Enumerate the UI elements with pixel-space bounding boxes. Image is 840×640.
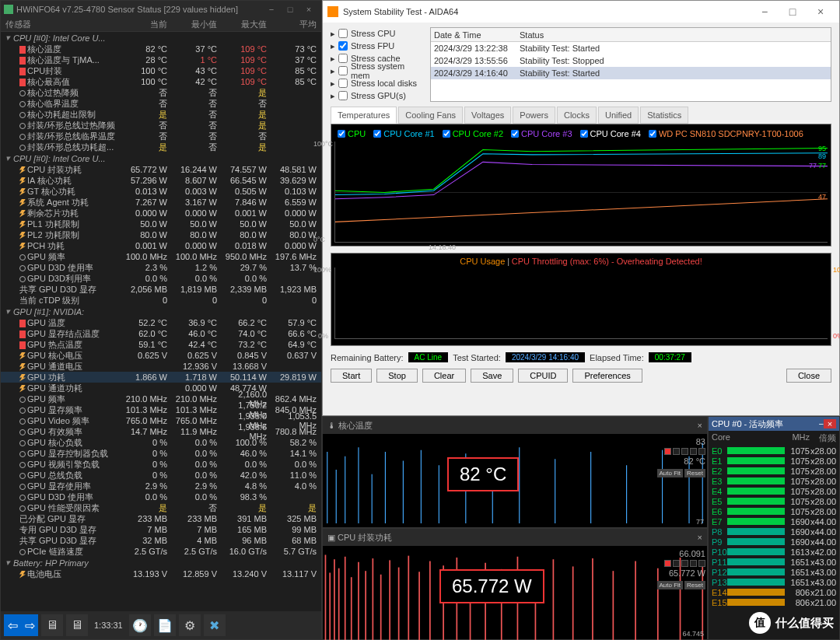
log-row[interactable]: 2024/3/29 13:22:38Stability Test: Starte…	[431, 42, 831, 54]
sensor-row[interactable]: GPU 通道功耗 0.000 W 48.774 W	[1, 383, 321, 393]
sensor-row[interactable]: GPU 视频引擎负载 0 % 0.0 % 0.0 % 0.0 %	[1, 459, 321, 470]
sensor-row[interactable]: GPU 通道电压 12.936 V 13.668 V	[1, 361, 321, 372]
sensor-row[interactable]: 核心过热降频 否 否 是	[1, 87, 321, 98]
section-header[interactable]: GPU [#1]: NVIDIA:	[1, 306, 321, 317]
sensor-row[interactable]: GPU 核心电压 0.625 V 0.625 V 0.845 V 0.637 V	[1, 350, 321, 361]
tab-powers[interactable]: Powers	[513, 107, 555, 124]
sensor-row[interactable]: PL1 功耗限制 50.0 W 50.0 W 50.0 W 50.0 W	[1, 219, 321, 229]
sensor-row[interactable]: GPU 显存结点温度 62.0 °C 46.0 °C 74.0 °C 66.6 …	[1, 328, 321, 339]
sensor-row[interactable]: CPU 封装功耗 65.772 W 16.244 W 74.557 W 48.5…	[1, 164, 321, 175]
log-row[interactable]: 2024/3/29 13:55:56Stability Test: Stoppe…	[431, 54, 831, 67]
legend-item[interactable]: CPU Core #4	[580, 129, 641, 138]
gear-icon[interactable]: ⚙	[179, 614, 201, 636]
tab-clocks[interactable]: Clocks	[557, 107, 597, 124]
legend-item[interactable]: CPU Core #3	[511, 129, 572, 138]
sensor-row[interactable]: GPU 显存控制器负载 0 % 0.0 % 46.0 % 14.1 %	[1, 448, 321, 459]
autofit-button[interactable]: Auto Fit	[657, 581, 684, 589]
sensor-row[interactable]: 剩余芯片功耗 0.000 W 0.000 W 0.001 W 0.000 W	[1, 208, 321, 219]
tab-temperatures[interactable]: Temperatures	[331, 107, 397, 124]
minimize-button[interactable]: −	[751, 5, 779, 18]
sensor-row[interactable]: GT 核心功耗 0.013 W 0.003 W 0.505 W 0.103 W	[1, 186, 321, 197]
close-icon[interactable]: ×	[698, 421, 702, 430]
stress-option[interactable]: ▸Stress GPU(s)	[331, 89, 424, 102]
sensor-row[interactable]: 核心最高值 100 °C 42 °C 109 °C 85 °C	[1, 76, 321, 87]
stress-option[interactable]: ▸Stress system mem	[331, 65, 424, 77]
maximize-button[interactable]: □	[779, 5, 807, 18]
sensor-row[interactable]: 封装/环形总线过热降频 否 否 是	[1, 120, 321, 131]
sensor-row[interactable]: GPU 频率 100.0 MHz 100.0 MHz 950.0 MHz 197…	[1, 251, 321, 262]
back-button[interactable]: ⇦	[4, 614, 21, 636]
tab-unified[interactable]: Unified	[598, 107, 639, 124]
exit-icon[interactable]: ✖	[204, 614, 226, 636]
sensor-row[interactable]: 当前 cTDP 级别 0 0 0 0	[1, 295, 321, 306]
sensor-row[interactable]: 共享 GPU D3D 显存 32 MB 4 MB 96 MB 68 MB	[1, 535, 321, 546]
stop-button[interactable]: Stop	[376, 369, 418, 383]
reset-button[interactable]: Reset	[684, 469, 705, 477]
hwinfo-sensor-list[interactable]: CPU [#0]: Intel Core U...核心温度 82 °C 37 °…	[1, 32, 321, 611]
sensor-row[interactable]: 封装/环形总线临界温度 否 否 否	[1, 131, 321, 142]
section-header[interactable]: CPU [#0]: Intel Core U...	[1, 152, 321, 164]
sensor-row[interactable]: 核心温度 82 °C 37 °C 109 °C 73 °C	[1, 44, 321, 54]
sensor-row[interactable]: GPU 功耗 1.866 W 1.718 W 50.114 W 29.819 W	[1, 372, 321, 383]
sensor-row[interactable]: GPU D3D 使用率 0.0 % 0.0 % 98.3 %	[1, 491, 321, 502]
sensor-row[interactable]: 共享 GPU D3D 显存 2,056 MB 1,819 MB 2,339 MB…	[1, 284, 321, 295]
tab-statistics[interactable]: Statistics	[640, 107, 688, 124]
sensor-row[interactable]: GPU Video 频率 765.0 MHz 765.0 MHz 1,935.0…	[1, 415, 321, 426]
stress-option[interactable]: ▸Stress CPU	[331, 27, 424, 40]
sensor-row[interactable]: GPU 总线负载 0 % 0.0 % 42.0 % 11.0 %	[1, 470, 321, 481]
event-log[interactable]: Date & TimeStatus 2024/3/29 13:22:38Stab…	[430, 27, 831, 102]
save-button[interactable]: Save	[471, 369, 513, 383]
close-button[interactable]: ×	[807, 5, 835, 18]
close-button[interactable]: Close	[786, 369, 831, 383]
section-header[interactable]: CPU [#0]: Intel Core U...	[1, 32, 321, 44]
close-icon[interactable]: ×	[698, 533, 702, 542]
hwinfo-titlebar[interactable]: HWiNFO64 v7.25-4780 Sensor Status [229 v…	[1, 1, 321, 18]
legend-item[interactable]: CPU Core #2	[443, 129, 503, 138]
forward-button[interactable]: ⇨	[21, 614, 38, 636]
sensor-row[interactable]: GPU 有效频率 14.7 MHz 11.9 MHz 1,938.6 MHz 7…	[1, 426, 321, 437]
minimize-button[interactable]: −	[262, 5, 281, 14]
sensor-row[interactable]: 核心温度与 TjMA... 28 °C 1 °C 109 °C 37 °C	[1, 54, 321, 65]
sensor-row[interactable]: PCH 功耗 0.001 W 0.000 W 0.018 W 0.000 W	[1, 240, 321, 251]
sensor-row[interactable]: GPU 显存使用率 2.9 % 2.9 % 4.8 % 4.0 %	[1, 481, 321, 491]
sensor-row[interactable]: 核心临界温度 否 否 否	[1, 98, 321, 109]
sensor-row[interactable]: 系统 Agent 功耗 7.267 W 3.167 W 7.846 W 6.55…	[1, 197, 321, 208]
sensor-row[interactable]: GPU 频率 210.0 MHz 210.0 MHz 2,160.0 MHz 8…	[1, 393, 321, 404]
cpuid-button[interactable]: CPUID	[518, 369, 568, 383]
legend-item[interactable]: WD PC SN810 SDCPNRY-1T00-1006	[649, 129, 803, 138]
start-button[interactable]: Start	[331, 369, 372, 383]
sensor-row[interactable]: CPU封装 100 °C 43 °C 109 °C 85 °C	[1, 65, 321, 76]
stress-option[interactable]: ▸Stress FPU	[331, 40, 424, 52]
sensor-row[interactable]: PCIe 链路速度 2.5 GT/s 2.5 GT/s 16.0 GT/s 5.…	[1, 546, 321, 557]
stress-option[interactable]: ▸Stress local disks	[331, 77, 424, 89]
sensor-row[interactable]: GPU 温度 52.2 °C 36.9 °C 66.2 °C 57.9 °C	[1, 317, 321, 328]
maximize-button[interactable]: □	[281, 5, 299, 14]
log-row[interactable]: 2024/3/29 14:16:40Stability Test: Starte…	[431, 67, 831, 79]
sensor-row[interactable]: 核心功耗超出限制 是 否 是	[1, 109, 321, 120]
legend-item[interactable]: CPU	[338, 129, 366, 138]
monitor-icon[interactable]: 🖥	[41, 614, 63, 636]
clear-button[interactable]: Clear	[422, 369, 466, 383]
sensor-row[interactable]: 已分配 GPU 显存 233 MB 233 MB 391 MB 325 MB	[1, 513, 321, 524]
autofit-button[interactable]: Auto Fit	[657, 469, 684, 477]
sensor-row[interactable]: GPU 热点温度 59.1 °C 42.4 °C 73.2 °C 64.9 °C	[1, 339, 321, 350]
sensor-row[interactable]: PL2 功耗限制 80.0 W 80.0 W 80.0 W 80.0 W	[1, 229, 321, 240]
reset-button[interactable]: Reset	[684, 581, 705, 589]
monitor2-icon[interactable]: 🖥	[66, 614, 88, 636]
sensor-row[interactable]: GPU D3D 使用率 2.3 % 1.2 % 29.7 % 13.7 %	[1, 262, 321, 273]
close-button[interactable]: ×	[299, 5, 318, 14]
section-header[interactable]: Battery: HP Primary	[1, 557, 321, 568]
sensor-row[interactable]: 电池电压 13.193 V 12.859 V 13.240 V 13.117 V	[1, 568, 321, 579]
sensor-row[interactable]: 专用 GPU D3D 显存 7 MB 7 MB 165 MB 99 MB	[1, 524, 321, 535]
sensor-row[interactable]: GPU D3D利用率 0.0 % 0.0 % 0.0 %	[1, 273, 321, 284]
clock-icon[interactable]: 🕐	[129, 614, 151, 636]
tab-cooling-fans[interactable]: Cooling Fans	[398, 107, 463, 124]
tab-voltages[interactable]: Voltages	[464, 107, 511, 124]
sensor-row[interactable]: GPU 性能受限因素 是 否 是 是	[1, 502, 321, 513]
sensor-row[interactable]: 封装/环形总线功耗超... 是 否 是	[1, 142, 321, 152]
aida-titlebar[interactable]: System Stability Test - AIDA64 − □ ×	[323, 1, 839, 23]
preferences-button[interactable]: Preferences	[572, 369, 642, 383]
sensor-row[interactable]: IA 核心功耗 57.296 W 8.607 W 66.545 W 39.629…	[1, 175, 321, 186]
file-icon[interactable]: 📄	[154, 614, 176, 636]
close-button[interactable]: ×	[824, 419, 836, 428]
